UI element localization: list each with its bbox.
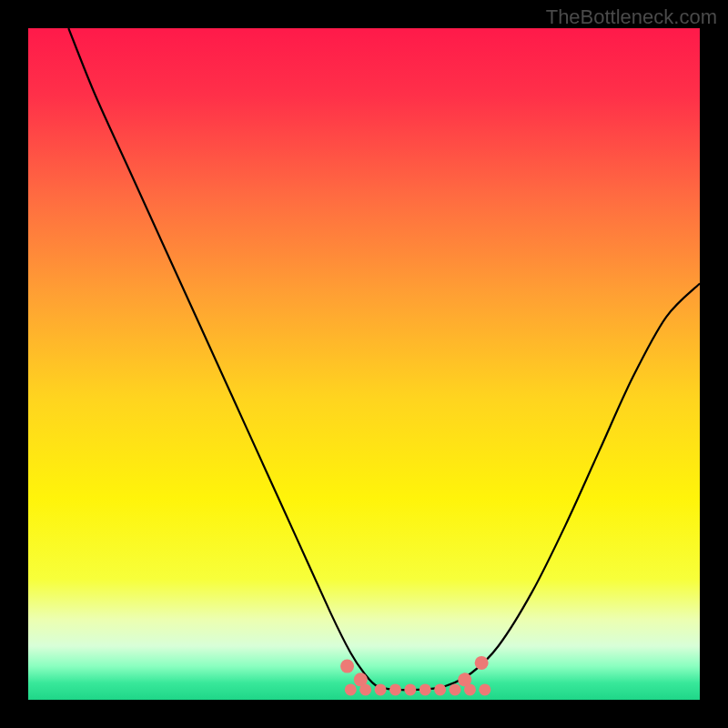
chart-plot-area xyxy=(28,28,700,700)
svg-point-11 xyxy=(434,683,446,695)
highlight-markers xyxy=(340,656,490,696)
svg-point-6 xyxy=(359,683,371,695)
svg-point-1 xyxy=(340,660,354,673)
bottleneck-curve xyxy=(68,28,700,690)
watermark-text: TheBottleneck.com xyxy=(546,5,717,29)
svg-point-5 xyxy=(345,683,357,695)
chart-overlay xyxy=(28,28,700,700)
svg-point-4 xyxy=(475,656,489,670)
svg-point-13 xyxy=(464,683,476,695)
svg-point-9 xyxy=(404,683,416,695)
svg-point-10 xyxy=(420,683,431,695)
svg-point-8 xyxy=(389,683,401,695)
svg-point-12 xyxy=(450,683,461,695)
svg-point-14 xyxy=(479,683,490,695)
svg-point-7 xyxy=(375,683,387,695)
